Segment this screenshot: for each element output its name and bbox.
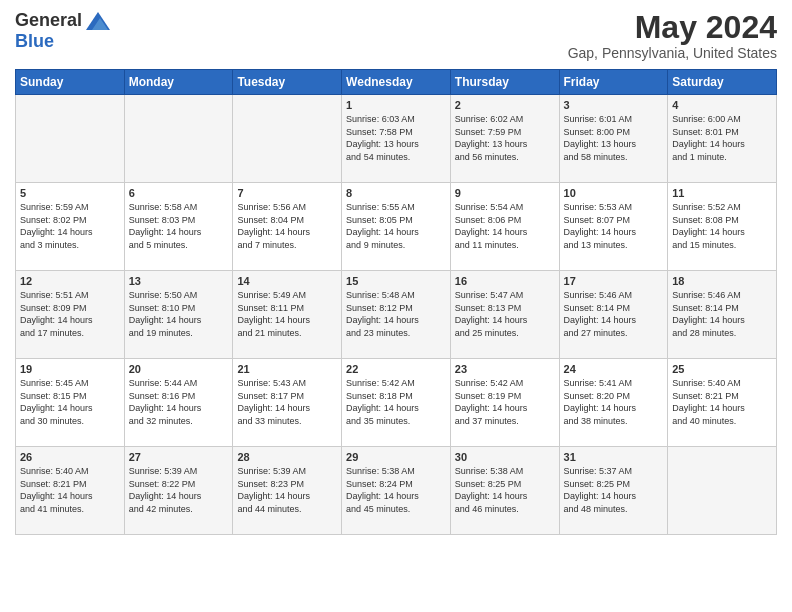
day-info: Sunrise: 5:54 AM Sunset: 8:06 PM Dayligh… [455, 201, 555, 251]
day-info: Sunrise: 5:48 AM Sunset: 8:12 PM Dayligh… [346, 289, 446, 339]
day-info: Sunrise: 5:46 AM Sunset: 8:14 PM Dayligh… [672, 289, 772, 339]
day-number: 14 [237, 275, 337, 287]
day-info: Sunrise: 5:39 AM Sunset: 8:23 PM Dayligh… [237, 465, 337, 515]
header-day-monday: Monday [124, 70, 233, 95]
calendar-subtitle: Gap, Pennsylvania, United States [568, 45, 777, 61]
day-info: Sunrise: 5:43 AM Sunset: 8:17 PM Dayligh… [237, 377, 337, 427]
day-info: Sunrise: 6:03 AM Sunset: 7:58 PM Dayligh… [346, 113, 446, 163]
day-number: 30 [455, 451, 555, 463]
day-cell: 28Sunrise: 5:39 AM Sunset: 8:23 PM Dayli… [233, 447, 342, 535]
day-info: Sunrise: 5:47 AM Sunset: 8:13 PM Dayligh… [455, 289, 555, 339]
header-day-wednesday: Wednesday [342, 70, 451, 95]
day-number: 20 [129, 363, 229, 375]
day-cell: 3Sunrise: 6:01 AM Sunset: 8:00 PM Daylig… [559, 95, 668, 183]
day-cell: 19Sunrise: 5:45 AM Sunset: 8:15 PM Dayli… [16, 359, 125, 447]
logo-general-text: General [15, 10, 82, 31]
day-info: Sunrise: 6:00 AM Sunset: 8:01 PM Dayligh… [672, 113, 772, 163]
day-cell: 14Sunrise: 5:49 AM Sunset: 8:11 PM Dayli… [233, 271, 342, 359]
day-number: 6 [129, 187, 229, 199]
day-cell: 7Sunrise: 5:56 AM Sunset: 8:04 PM Daylig… [233, 183, 342, 271]
day-info: Sunrise: 5:39 AM Sunset: 8:22 PM Dayligh… [129, 465, 229, 515]
day-info: Sunrise: 5:45 AM Sunset: 8:15 PM Dayligh… [20, 377, 120, 427]
day-cell: 27Sunrise: 5:39 AM Sunset: 8:22 PM Dayli… [124, 447, 233, 535]
day-info: Sunrise: 5:53 AM Sunset: 8:07 PM Dayligh… [564, 201, 664, 251]
day-info: Sunrise: 5:49 AM Sunset: 8:11 PM Dayligh… [237, 289, 337, 339]
day-cell: 20Sunrise: 5:44 AM Sunset: 8:16 PM Dayli… [124, 359, 233, 447]
header-day-friday: Friday [559, 70, 668, 95]
day-cell: 15Sunrise: 5:48 AM Sunset: 8:12 PM Dayli… [342, 271, 451, 359]
day-number: 22 [346, 363, 446, 375]
day-cell: 10Sunrise: 5:53 AM Sunset: 8:07 PM Dayli… [559, 183, 668, 271]
day-cell [233, 95, 342, 183]
calendar-title: May 2024 [568, 10, 777, 45]
day-cell: 16Sunrise: 5:47 AM Sunset: 8:13 PM Dayli… [450, 271, 559, 359]
header: General Blue May 2024 Gap, Pennsylvania,… [15, 10, 777, 61]
day-info: Sunrise: 5:42 AM Sunset: 8:18 PM Dayligh… [346, 377, 446, 427]
page-container: General Blue May 2024 Gap, Pennsylvania,… [15, 10, 777, 535]
week-row-2: 5Sunrise: 5:59 AM Sunset: 8:02 PM Daylig… [16, 183, 777, 271]
day-cell: 29Sunrise: 5:38 AM Sunset: 8:24 PM Dayli… [342, 447, 451, 535]
day-cell: 22Sunrise: 5:42 AM Sunset: 8:18 PM Dayli… [342, 359, 451, 447]
calendar-table: SundayMondayTuesdayWednesdayThursdayFrid… [15, 69, 777, 535]
day-info: Sunrise: 5:59 AM Sunset: 8:02 PM Dayligh… [20, 201, 120, 251]
day-cell: 21Sunrise: 5:43 AM Sunset: 8:17 PM Dayli… [233, 359, 342, 447]
day-number: 15 [346, 275, 446, 287]
day-number: 18 [672, 275, 772, 287]
day-cell: 12Sunrise: 5:51 AM Sunset: 8:09 PM Dayli… [16, 271, 125, 359]
day-cell: 1Sunrise: 6:03 AM Sunset: 7:58 PM Daylig… [342, 95, 451, 183]
day-number: 27 [129, 451, 229, 463]
day-info: Sunrise: 5:38 AM Sunset: 8:24 PM Dayligh… [346, 465, 446, 515]
day-number: 7 [237, 187, 337, 199]
logo: General Blue [15, 10, 110, 52]
header-day-sunday: Sunday [16, 70, 125, 95]
day-cell: 6Sunrise: 5:58 AM Sunset: 8:03 PM Daylig… [124, 183, 233, 271]
day-number: 31 [564, 451, 664, 463]
logo-blue-text: Blue [15, 31, 54, 52]
day-number: 9 [455, 187, 555, 199]
day-number: 19 [20, 363, 120, 375]
day-number: 2 [455, 99, 555, 111]
day-info: Sunrise: 5:41 AM Sunset: 8:20 PM Dayligh… [564, 377, 664, 427]
day-number: 5 [20, 187, 120, 199]
day-info: Sunrise: 5:55 AM Sunset: 8:05 PM Dayligh… [346, 201, 446, 251]
day-info: Sunrise: 5:52 AM Sunset: 8:08 PM Dayligh… [672, 201, 772, 251]
header-day-tuesday: Tuesday [233, 70, 342, 95]
day-cell: 8Sunrise: 5:55 AM Sunset: 8:05 PM Daylig… [342, 183, 451, 271]
day-number: 13 [129, 275, 229, 287]
day-number: 23 [455, 363, 555, 375]
day-number: 11 [672, 187, 772, 199]
day-cell: 13Sunrise: 5:50 AM Sunset: 8:10 PM Dayli… [124, 271, 233, 359]
day-cell: 31Sunrise: 5:37 AM Sunset: 8:25 PM Dayli… [559, 447, 668, 535]
logo-icon [86, 12, 110, 30]
day-info: Sunrise: 5:42 AM Sunset: 8:19 PM Dayligh… [455, 377, 555, 427]
week-row-1: 1Sunrise: 6:03 AM Sunset: 7:58 PM Daylig… [16, 95, 777, 183]
day-cell: 23Sunrise: 5:42 AM Sunset: 8:19 PM Dayli… [450, 359, 559, 447]
day-number: 4 [672, 99, 772, 111]
day-info: Sunrise: 5:56 AM Sunset: 8:04 PM Dayligh… [237, 201, 337, 251]
day-info: Sunrise: 5:46 AM Sunset: 8:14 PM Dayligh… [564, 289, 664, 339]
day-info: Sunrise: 5:40 AM Sunset: 8:21 PM Dayligh… [672, 377, 772, 427]
day-info: Sunrise: 5:51 AM Sunset: 8:09 PM Dayligh… [20, 289, 120, 339]
day-number: 10 [564, 187, 664, 199]
day-cell: 9Sunrise: 5:54 AM Sunset: 8:06 PM Daylig… [450, 183, 559, 271]
day-info: Sunrise: 5:58 AM Sunset: 8:03 PM Dayligh… [129, 201, 229, 251]
day-number: 26 [20, 451, 120, 463]
day-info: Sunrise: 5:44 AM Sunset: 8:16 PM Dayligh… [129, 377, 229, 427]
day-number: 1 [346, 99, 446, 111]
day-info: Sunrise: 6:01 AM Sunset: 8:00 PM Dayligh… [564, 113, 664, 163]
day-cell: 11Sunrise: 5:52 AM Sunset: 8:08 PM Dayli… [668, 183, 777, 271]
week-row-5: 26Sunrise: 5:40 AM Sunset: 8:21 PM Dayli… [16, 447, 777, 535]
week-row-4: 19Sunrise: 5:45 AM Sunset: 8:15 PM Dayli… [16, 359, 777, 447]
day-number: 25 [672, 363, 772, 375]
header-row: SundayMondayTuesdayWednesdayThursdayFrid… [16, 70, 777, 95]
day-cell [668, 447, 777, 535]
day-cell: 25Sunrise: 5:40 AM Sunset: 8:21 PM Dayli… [668, 359, 777, 447]
day-cell: 5Sunrise: 5:59 AM Sunset: 8:02 PM Daylig… [16, 183, 125, 271]
day-number: 29 [346, 451, 446, 463]
day-cell [16, 95, 125, 183]
day-number: 8 [346, 187, 446, 199]
day-number: 24 [564, 363, 664, 375]
day-cell: 17Sunrise: 5:46 AM Sunset: 8:14 PM Dayli… [559, 271, 668, 359]
day-number: 17 [564, 275, 664, 287]
title-block: May 2024 Gap, Pennsylvania, United State… [568, 10, 777, 61]
